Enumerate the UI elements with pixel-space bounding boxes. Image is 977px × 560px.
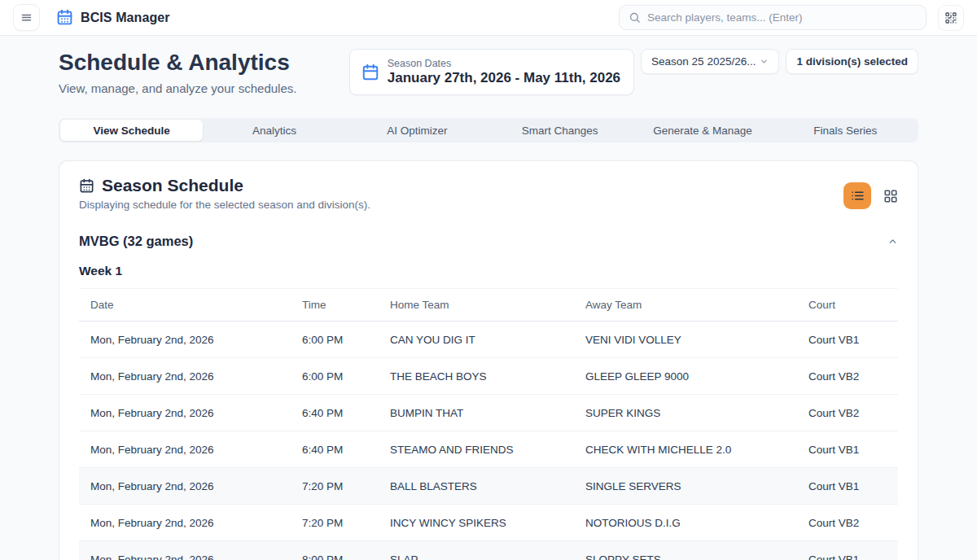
grid-view-icon xyxy=(883,189,898,203)
divisions-selected-label: 1 division(s) selected xyxy=(796,55,908,68)
page-title: Schedule & Analytics xyxy=(59,49,296,77)
tab-smart-changes[interactable]: Smart Changes xyxy=(488,120,631,141)
column-header-time: Time xyxy=(302,299,390,311)
cell-home: SLAP xyxy=(390,553,585,560)
cell-time: 6:00 PM xyxy=(302,370,390,383)
cell-away: GLEEP GLEEP 9000 xyxy=(585,370,808,383)
cell-away: CHECK WITH MICHELLE 2.0 xyxy=(585,444,808,456)
cell-date: Mon, February 2nd, 2026 xyxy=(90,407,302,419)
cell-home: BALL BLASTERS xyxy=(390,480,585,492)
week-title: Week 1 xyxy=(79,264,898,278)
chevron-up-icon xyxy=(887,236,898,247)
cell-date: Mon, February 2nd, 2026 xyxy=(90,444,302,456)
table-row[interactable]: Mon, February 2nd, 20266:40 PMSTEAMO AND… xyxy=(79,431,898,468)
cell-date: Mon, February 2nd, 2026 xyxy=(90,370,302,383)
cell-court: Court VB1 xyxy=(808,444,898,456)
calendar-icon xyxy=(79,178,94,194)
season-schedule-card: Season Schedule Displaying schedule for … xyxy=(59,160,918,560)
qr-scan-button[interactable] xyxy=(938,5,964,31)
season-select-value: Season 25 2025/26... xyxy=(651,55,756,68)
table-row[interactable]: Mon, February 2nd, 20266:40 PMBUMPIN THA… xyxy=(79,395,898,431)
table-header-row: Date Time Home Team Away Team Court xyxy=(79,289,898,322)
cell-time: 7:20 PM xyxy=(302,517,390,529)
cell-away: SLOPPY SETS xyxy=(585,553,808,560)
cell-home: BUMPIN THAT xyxy=(390,407,585,419)
tab-ai-optimizer[interactable]: AI Optimizer xyxy=(346,120,488,141)
hamburger-menu-button[interactable] xyxy=(13,4,40,31)
tab-generate-manage[interactable]: Generate & Manage xyxy=(631,120,773,141)
season-dates-label: Season Dates xyxy=(388,58,620,69)
table-row[interactable]: Mon, February 2nd, 20267:20 PMINCY WINCY… xyxy=(79,505,898,541)
cell-court: Court VB1 xyxy=(808,334,898,346)
cell-date: Mon, February 2nd, 2026 xyxy=(90,480,302,492)
cell-away: SUPER KINGS xyxy=(585,407,808,419)
page-header: Schedule & Analytics View, manage, and a… xyxy=(59,49,918,95)
cell-date: Mon, February 2nd, 2026 xyxy=(90,517,302,529)
season-select[interactable]: Season 25 2025/26... xyxy=(641,49,779,74)
calendar-icon xyxy=(361,63,379,81)
global-search[interactable] xyxy=(619,5,927,30)
cell-court: Court VB1 xyxy=(808,553,898,560)
cell-home: INCY WINCY SPIKERS xyxy=(390,517,585,529)
card-title: Season Schedule xyxy=(102,176,243,195)
calendar-logo-icon xyxy=(56,9,73,26)
column-header-away-team: Away Team xyxy=(585,299,808,311)
cell-home: STEAMO AND FRIENDS xyxy=(390,444,585,456)
cell-away: VENI VIDI VOLLEY xyxy=(585,334,808,346)
table-row[interactable]: Mon, February 2nd, 20268:00 PMSLAPSLOPPY… xyxy=(79,541,898,560)
collapse-button[interactable] xyxy=(887,236,898,247)
cell-time: 7:20 PM xyxy=(302,480,390,492)
cell-away: NOTORIOUS D.I.G xyxy=(585,517,808,529)
hamburger-icon xyxy=(20,11,33,24)
card-subtitle: Displaying schedule for the selected sea… xyxy=(79,199,370,211)
app-title: BCIS Manager xyxy=(81,11,170,25)
season-dates-card: Season Dates January 27th, 2026 - May 11… xyxy=(349,49,634,95)
qr-code-icon xyxy=(944,11,957,24)
cell-date: Mon, February 2nd, 2026 xyxy=(90,334,302,346)
cell-court: Court VB1 xyxy=(808,480,898,492)
cell-time: 6:40 PM xyxy=(302,444,390,456)
table-row[interactable]: Mon, February 2nd, 20266:00 PMTHE BEACH … xyxy=(79,358,898,395)
app-brand[interactable]: BCIS Manager xyxy=(56,9,170,26)
cell-home: CAN YOU DIG IT xyxy=(390,334,585,346)
search-icon xyxy=(629,11,641,24)
cell-date: Mon, February 2nd, 2026 xyxy=(90,553,302,560)
column-header-court: Court xyxy=(808,299,898,311)
season-dates-value: January 27th, 2026 - May 11th, 2026 xyxy=(388,70,620,86)
table-body: Mon, February 2nd, 20266:00 PMCAN YOU DI… xyxy=(79,322,898,560)
cell-time: 6:00 PM xyxy=(302,334,390,346)
division-group-header[interactable]: MVBG (32 games) xyxy=(79,234,898,249)
cell-court: Court VB2 xyxy=(808,370,898,383)
grid-view-button[interactable] xyxy=(883,189,898,203)
top-bar: BCIS Manager xyxy=(0,0,977,36)
chevron-down-icon xyxy=(760,57,769,66)
list-view-icon xyxy=(851,189,865,203)
tab-analytics[interactable]: Analytics xyxy=(203,120,345,141)
tab-finals-series[interactable]: Finals Series xyxy=(774,120,917,141)
search-input[interactable] xyxy=(647,11,917,24)
cell-time: 8:00 PM xyxy=(302,553,390,560)
division-group-title: MVBG (32 games) xyxy=(79,234,193,249)
list-view-button[interactable] xyxy=(843,182,871,209)
cell-away: SINGLE SERVERS xyxy=(585,480,808,492)
cell-court: Court VB2 xyxy=(808,517,898,529)
cell-home: THE BEACH BOYS xyxy=(390,370,585,383)
schedule-table: Date Time Home Team Away Team Court Mon,… xyxy=(79,288,898,560)
page-subtitle: View, manage, and analyze your schedules… xyxy=(59,81,296,95)
column-header-home-team: Home Team xyxy=(390,299,585,311)
cell-time: 6:40 PM xyxy=(302,407,390,419)
tab-view-schedule[interactable]: View Schedule xyxy=(60,120,203,141)
divisions-selected-button[interactable]: 1 division(s) selected xyxy=(786,49,918,74)
tab-bar: View Schedule Analytics AI Optimizer Sma… xyxy=(59,118,918,142)
table-row[interactable]: Mon, February 2nd, 20266:00 PMCAN YOU DI… xyxy=(79,322,898,358)
table-row[interactable]: Mon, February 2nd, 20267:20 PMBALL BLAST… xyxy=(79,468,898,505)
cell-court: Court VB2 xyxy=(808,407,898,419)
column-header-date: Date xyxy=(90,299,302,311)
